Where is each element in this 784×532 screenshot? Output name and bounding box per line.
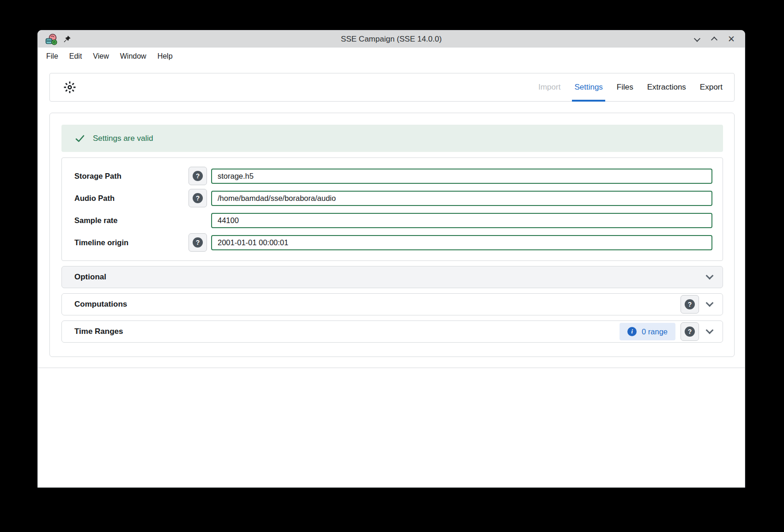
title-bar: SSE Campaign (SSE 14.0.0): [38, 30, 745, 48]
help-icon: ?: [193, 193, 203, 203]
storage-path-input[interactable]: [211, 169, 712, 184]
section-time-ranges[interactable]: Time Ranges i 0 range ?: [61, 320, 723, 343]
chevron-down-icon: [706, 326, 714, 334]
section-optional[interactable]: Optional: [61, 266, 723, 288]
tab-export[interactable]: Export: [693, 73, 729, 101]
tab-files[interactable]: Files: [610, 73, 640, 101]
chevron-down-icon: [706, 299, 714, 307]
range-count-badge: i 0 range: [620, 323, 675, 340]
content-divider: [38, 368, 745, 368]
window-maximize-button[interactable]: [710, 35, 718, 43]
timeline-origin-label: Timeline origin: [74, 238, 188, 247]
info-icon: i: [627, 327, 637, 336]
pin-icon[interactable]: [63, 35, 71, 43]
section-computations-title: Computations: [74, 300, 127, 309]
settings-form: Storage Path ? Audio Path ? Sample rate …: [61, 157, 723, 261]
app-icon: [45, 33, 57, 45]
menu-edit[interactable]: Edit: [64, 52, 88, 60]
close-icon: ✕: [728, 35, 735, 43]
audio-path-help-button[interactable]: ?: [188, 189, 207, 207]
tab-import: Import: [531, 73, 567, 101]
computations-help-button[interactable]: ?: [681, 295, 699, 314]
sample-rate-input[interactable]: [211, 213, 712, 228]
storage-path-help-button[interactable]: ?: [188, 167, 207, 185]
app-window: SSE Campaign (SSE 14.0.0): [37, 30, 745, 488]
storage-path-label: Storage Path: [74, 172, 188, 181]
menu-bar: File Edit View Window Help: [38, 48, 745, 65]
settings-panel: Settings are valid Storage Path ? Audio …: [49, 113, 735, 357]
storage-path-row: Storage Path ?: [74, 166, 712, 186]
help-icon: ?: [685, 326, 695, 337]
tab-settings[interactable]: Settings: [567, 73, 609, 101]
spinner-icon: [63, 80, 77, 94]
chevron-down-icon: [706, 272, 714, 280]
audio-path-input[interactable]: [211, 191, 712, 206]
range-count-text: 0 range: [642, 327, 668, 336]
sample-rate-label: Sample rate: [74, 216, 188, 225]
toolbar: Import Settings Files Extractions Export: [49, 73, 735, 102]
audio-path-label: Audio Path: [74, 194, 188, 203]
timeline-origin-input[interactable]: [211, 235, 712, 250]
nav-tabs: Import Settings Files Extractions Export: [531, 73, 729, 101]
help-icon: ?: [193, 171, 203, 181]
sample-rate-row: Sample rate: [74, 211, 712, 230]
window-close-button[interactable]: ✕: [727, 35, 735, 43]
window-title: SSE Campaign (SSE 14.0.0): [38, 35, 745, 44]
section-time-ranges-title: Time Ranges: [74, 327, 123, 336]
timeline-origin-row: Timeline origin ?: [74, 233, 712, 252]
menu-help[interactable]: Help: [152, 52, 178, 60]
validation-message: Settings are valid: [93, 134, 153, 143]
check-icon: [75, 133, 85, 144]
menu-file[interactable]: File: [41, 52, 64, 60]
section-optional-title: Optional: [74, 272, 106, 282]
time-ranges-help-button[interactable]: ?: [681, 322, 699, 341]
menu-window[interactable]: Window: [115, 52, 152, 60]
help-icon: ?: [685, 299, 695, 309]
menu-view[interactable]: View: [87, 52, 114, 60]
tab-extractions[interactable]: Extractions: [640, 73, 693, 101]
help-icon: ?: [193, 237, 203, 248]
section-computations[interactable]: Computations ?: [61, 293, 723, 315]
validation-banner: Settings are valid: [61, 125, 723, 152]
window-minimize-button[interactable]: [693, 35, 701, 43]
timeline-origin-help-button[interactable]: ?: [188, 233, 207, 252]
audio-path-row: Audio Path ?: [74, 188, 712, 208]
